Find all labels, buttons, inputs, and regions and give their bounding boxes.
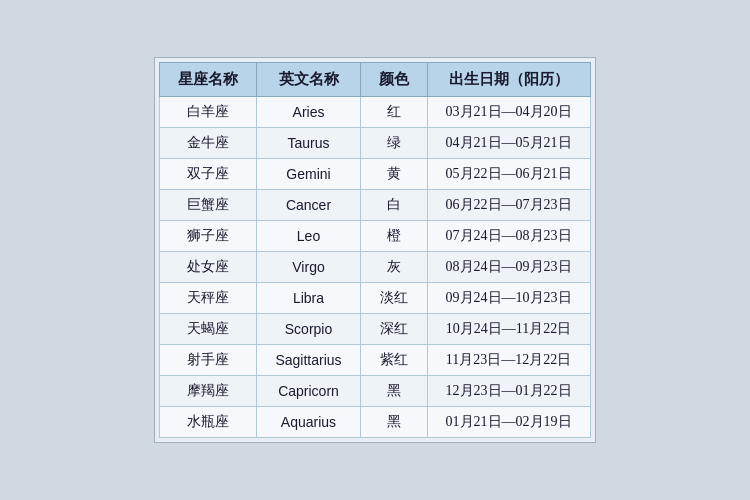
- cell-chinese-name: 金牛座: [160, 128, 257, 159]
- table-row: 狮子座Leo橙07月24日—08月23日: [160, 221, 590, 252]
- table-header-row: 星座名称 英文名称 颜色 出生日期（阳历）: [160, 63, 590, 97]
- zodiac-table: 星座名称 英文名称 颜色 出生日期（阳历） 白羊座Aries红03月21日—04…: [159, 62, 590, 438]
- cell-color: 红: [360, 97, 427, 128]
- header-date: 出生日期（阳历）: [427, 63, 590, 97]
- table-row: 水瓶座Aquarius黑01月21日—02月19日: [160, 407, 590, 438]
- cell-color: 黑: [360, 376, 427, 407]
- cell-date: 01月21日—02月19日: [427, 407, 590, 438]
- table-row: 处女座Virgo灰08月24日—09月23日: [160, 252, 590, 283]
- cell-color: 紫红: [360, 345, 427, 376]
- cell-english-name: Gemini: [257, 159, 360, 190]
- cell-chinese-name: 狮子座: [160, 221, 257, 252]
- cell-english-name: Virgo: [257, 252, 360, 283]
- table-row: 双子座Gemini黄05月22日—06月21日: [160, 159, 590, 190]
- cell-date: 07月24日—08月23日: [427, 221, 590, 252]
- cell-chinese-name: 水瓶座: [160, 407, 257, 438]
- cell-chinese-name: 处女座: [160, 252, 257, 283]
- cell-chinese-name: 双子座: [160, 159, 257, 190]
- cell-english-name: Sagittarius: [257, 345, 360, 376]
- cell-chinese-name: 天蝎座: [160, 314, 257, 345]
- table-row: 射手座Sagittarius紫红11月23日—12月22日: [160, 345, 590, 376]
- header-english-name: 英文名称: [257, 63, 360, 97]
- zodiac-table-container: 星座名称 英文名称 颜色 出生日期（阳历） 白羊座Aries红03月21日—04…: [154, 57, 595, 443]
- cell-date: 12月23日—01月22日: [427, 376, 590, 407]
- cell-date: 09月24日—10月23日: [427, 283, 590, 314]
- cell-date: 03月21日—04月20日: [427, 97, 590, 128]
- table-row: 天蝎座Scorpio深红10月24日—11月22日: [160, 314, 590, 345]
- cell-color: 绿: [360, 128, 427, 159]
- table-row: 天秤座Libra淡红09月24日—10月23日: [160, 283, 590, 314]
- cell-chinese-name: 摩羯座: [160, 376, 257, 407]
- cell-color: 橙: [360, 221, 427, 252]
- header-chinese-name: 星座名称: [160, 63, 257, 97]
- cell-date: 11月23日—12月22日: [427, 345, 590, 376]
- cell-date: 04月21日—05月21日: [427, 128, 590, 159]
- cell-color: 深红: [360, 314, 427, 345]
- table-row: 巨蟹座Cancer白06月22日—07月23日: [160, 190, 590, 221]
- table-row: 白羊座Aries红03月21日—04月20日: [160, 97, 590, 128]
- cell-color: 黑: [360, 407, 427, 438]
- cell-color: 黄: [360, 159, 427, 190]
- cell-color: 白: [360, 190, 427, 221]
- cell-chinese-name: 巨蟹座: [160, 190, 257, 221]
- cell-date: 05月22日—06月21日: [427, 159, 590, 190]
- cell-chinese-name: 天秤座: [160, 283, 257, 314]
- cell-english-name: Cancer: [257, 190, 360, 221]
- cell-english-name: Aquarius: [257, 407, 360, 438]
- table-row: 金牛座Taurus绿04月21日—05月21日: [160, 128, 590, 159]
- cell-english-name: Taurus: [257, 128, 360, 159]
- cell-date: 06月22日—07月23日: [427, 190, 590, 221]
- cell-date: 10月24日—11月22日: [427, 314, 590, 345]
- cell-date: 08月24日—09月23日: [427, 252, 590, 283]
- cell-color: 淡红: [360, 283, 427, 314]
- cell-chinese-name: 射手座: [160, 345, 257, 376]
- cell-color: 灰: [360, 252, 427, 283]
- cell-english-name: Scorpio: [257, 314, 360, 345]
- cell-english-name: Aries: [257, 97, 360, 128]
- table-row: 摩羯座Capricorn黑12月23日—01月22日: [160, 376, 590, 407]
- cell-english-name: Capricorn: [257, 376, 360, 407]
- cell-english-name: Libra: [257, 283, 360, 314]
- header-color: 颜色: [360, 63, 427, 97]
- cell-english-name: Leo: [257, 221, 360, 252]
- cell-chinese-name: 白羊座: [160, 97, 257, 128]
